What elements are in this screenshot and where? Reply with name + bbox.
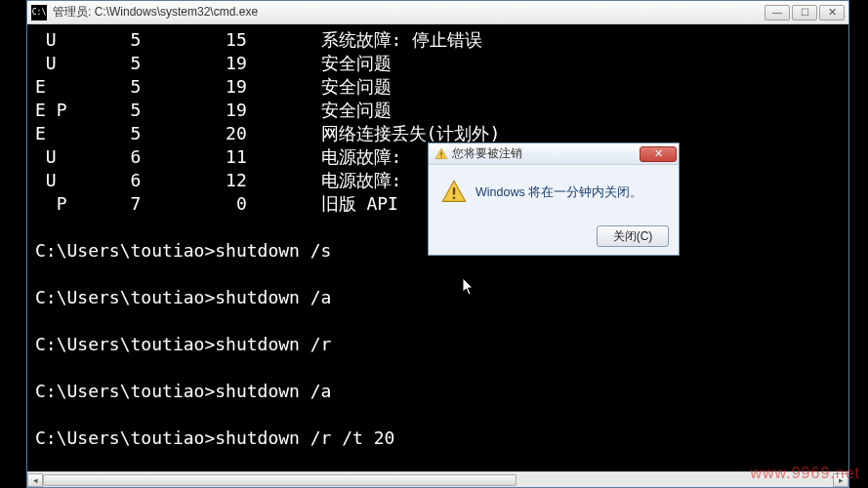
svg-rect-1 bbox=[440, 156, 441, 157]
window-title: 管理员: C:\Windows\system32\cmd.exe bbox=[53, 4, 765, 20]
svg-rect-3 bbox=[453, 197, 455, 199]
close-button[interactable]: ✕ bbox=[819, 5, 845, 20]
dialog-body: Windows 将在一分钟内关闭。 bbox=[429, 165, 679, 220]
window-controls: — ☐ ✕ bbox=[765, 5, 845, 20]
shutdown-dialog: 您将要被注销 ✕ Windows 将在一分钟内关闭。 关闭(C) bbox=[428, 142, 680, 256]
dialog-message: Windows 将在一分钟内关闭。 bbox=[475, 184, 642, 201]
scroll-left-arrow[interactable]: ◂ bbox=[27, 473, 43, 487]
titlebar: C:\ 管理员: C:\Windows\system32\cmd.exe — ☐… bbox=[27, 1, 848, 24]
warning-icon bbox=[440, 179, 468, 206]
dialog-titlebar: 您将要被注销 ✕ bbox=[429, 143, 679, 165]
svg-rect-2 bbox=[453, 187, 455, 194]
dialog-title: 您将要被注销 bbox=[452, 145, 640, 162]
maximize-button[interactable]: ☐ bbox=[792, 5, 817, 20]
horizontal-scrollbar[interactable]: ◂ ▸ bbox=[27, 471, 848, 487]
dialog-footer: 关闭(C) bbox=[429, 220, 679, 255]
dialog-close-action-button[interactable]: 关闭(C) bbox=[597, 225, 669, 247]
cmd-icon: C:\ bbox=[31, 5, 47, 20]
dialog-close-button[interactable]: ✕ bbox=[640, 146, 677, 162]
warning-small-icon bbox=[434, 147, 448, 161]
scroll-track[interactable] bbox=[43, 473, 833, 487]
scroll-thumb[interactable] bbox=[43, 474, 517, 486]
minimize-button[interactable]: — bbox=[765, 5, 790, 20]
svg-rect-0 bbox=[440, 151, 441, 155]
scroll-right-arrow[interactable]: ▸ bbox=[833, 473, 848, 487]
